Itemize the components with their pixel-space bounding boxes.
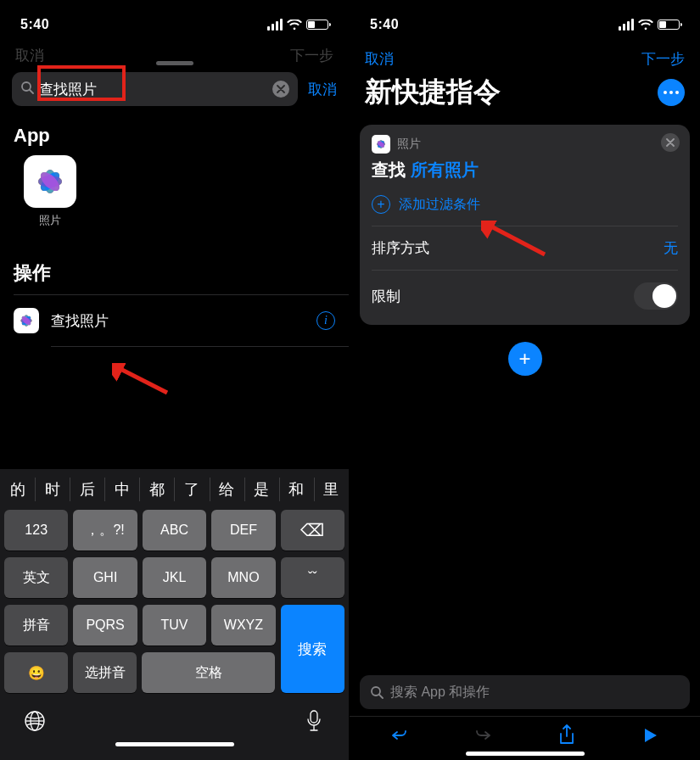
key-emoji[interactable]: 😀 xyxy=(4,652,68,693)
key-english[interactable]: 英文 xyxy=(4,557,68,598)
key-mno[interactable]: MNO xyxy=(211,557,275,598)
signal-icon xyxy=(619,19,634,31)
info-button[interactable]: i xyxy=(316,311,335,330)
key-jkl[interactable]: JKL xyxy=(143,557,206,598)
limit-row: 限制 xyxy=(372,271,678,321)
status-icons xyxy=(267,19,328,31)
key-punct[interactable]: ，。?! xyxy=(73,510,137,550)
key-pqrs[interactable]: PQRS xyxy=(73,605,137,645)
cancel-button[interactable]: 取消 xyxy=(308,80,337,99)
limit-toggle[interactable] xyxy=(634,282,678,310)
section-heading-app: App xyxy=(0,115,349,155)
status-icons xyxy=(619,19,680,31)
home-indicator[interactable] xyxy=(466,752,585,756)
share-button[interactable] xyxy=(555,724,579,747)
key-wxyz[interactable]: WXYZ xyxy=(211,605,275,645)
home-indicator[interactable] xyxy=(115,742,234,746)
search-icon xyxy=(370,685,384,699)
search-input[interactable]: 查找照片 xyxy=(12,72,298,106)
photos-icon xyxy=(14,308,39,333)
plus-icon: + xyxy=(372,195,390,214)
key-ghi[interactable]: GHI xyxy=(73,557,137,598)
action-label: 查找照片 xyxy=(51,311,109,331)
svg-line-31 xyxy=(490,226,545,254)
key-pinyin[interactable]: 拼音 xyxy=(4,605,68,645)
search-icon xyxy=(20,81,34,98)
svg-line-1 xyxy=(30,90,33,93)
clear-search-button[interactable] xyxy=(272,81,289,98)
card-app-label: 照片 xyxy=(397,137,421,152)
svg-rect-22 xyxy=(311,711,317,723)
prediction-key[interactable]: 了 xyxy=(174,469,209,510)
card-title: 查找 所有照片 xyxy=(372,159,678,182)
search-actions-input[interactable]: 搜索 App 和操作 xyxy=(360,675,690,709)
redo-button[interactable] xyxy=(471,724,495,747)
sort-value[interactable]: 无 xyxy=(664,238,678,258)
prediction-key[interactable]: 的 xyxy=(0,469,35,510)
key-reexpand[interactable]: ˇˇ xyxy=(281,557,344,598)
app-tile-label: 照片 xyxy=(24,213,76,228)
status-bar: 5:40 xyxy=(0,0,349,37)
dictation-key[interactable] xyxy=(301,708,327,734)
svg-line-33 xyxy=(379,695,383,698)
key-123[interactable]: 123 xyxy=(4,510,68,550)
more-button[interactable] xyxy=(658,79,685,106)
section-heading-actions: 操作 xyxy=(0,250,349,294)
status-bar: 5:40 xyxy=(350,0,700,37)
keyboard[interactable]: 的 时 后 中 都 了 给 是 和 里 123 ，。?! ABC DEF ⌫ 英… xyxy=(0,469,349,760)
wifi-icon xyxy=(638,20,653,31)
battery-icon xyxy=(658,20,680,30)
prediction-key[interactable]: 是 xyxy=(244,469,279,510)
undo-button[interactable] xyxy=(388,724,412,747)
action-find-photos[interactable]: 查找照片 i xyxy=(0,295,349,346)
app-tile-photos[interactable]: 照片 xyxy=(0,155,349,228)
key-abc[interactable]: ABC xyxy=(143,510,206,550)
globe-key[interactable] xyxy=(22,708,48,734)
photos-icon xyxy=(24,155,76,208)
annotation-arrow xyxy=(112,363,171,397)
all-photos-param[interactable]: 所有照片 xyxy=(411,160,479,179)
prediction-bar[interactable]: 的 时 后 中 都 了 给 是 和 里 xyxy=(0,469,349,510)
run-button[interactable] xyxy=(638,724,662,747)
svg-line-18 xyxy=(119,368,167,393)
wifi-icon xyxy=(287,20,302,31)
card-close-button[interactable] xyxy=(661,133,680,152)
prediction-key[interactable]: 中 xyxy=(104,469,139,510)
clock: 5:40 xyxy=(370,17,399,32)
prediction-key[interactable]: 都 xyxy=(139,469,174,510)
page-title: 新快捷指令 xyxy=(365,74,501,111)
key-def[interactable]: DEF xyxy=(211,510,275,550)
sheet-handle[interactable] xyxy=(156,61,193,65)
key-backspace[interactable]: ⌫ xyxy=(281,510,344,550)
annotation-arrow xyxy=(481,221,549,259)
key-tuv[interactable]: TUV xyxy=(143,605,206,645)
prediction-key[interactable]: 里 xyxy=(314,469,349,510)
photos-icon xyxy=(372,135,390,154)
prediction-key[interactable]: 后 xyxy=(70,469,104,510)
nav-next-button[interactable]: 下一步 xyxy=(641,49,685,69)
key-select-pinyin[interactable]: 选拼音 xyxy=(73,652,137,693)
prediction-key[interactable]: 时 xyxy=(35,469,70,510)
battery-icon xyxy=(306,20,328,30)
nav-cancel-button[interactable]: 取消 xyxy=(365,49,394,69)
prediction-key[interactable]: 和 xyxy=(279,469,314,510)
signal-icon xyxy=(267,19,283,31)
add-action-fab[interactable]: + xyxy=(508,342,542,376)
prediction-key[interactable]: 给 xyxy=(210,469,244,510)
key-space[interactable]: 空格 xyxy=(142,652,274,693)
clock: 5:40 xyxy=(20,17,49,32)
background-header: 取消下一步 xyxy=(0,37,349,56)
